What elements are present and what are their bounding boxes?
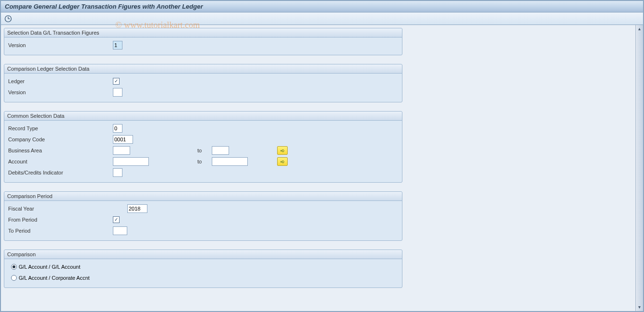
group-common: Common Selection Data Record Type Compan…: [4, 111, 402, 183]
company-code-input[interactable]: [113, 135, 133, 144]
ba-multiple-selection-button[interactable]: ➪: [277, 146, 288, 155]
group-header-period: Comparison Period: [4, 192, 402, 201]
content-area: Selection Data G/L Transaction Figures V…: [1, 25, 635, 311]
record-type-label: Record Type: [7, 125, 113, 131]
arrow-right-icon: ➪: [280, 148, 285, 154]
group-header-common: Common Selection Data: [4, 112, 402, 121]
version-input[interactable]: [113, 41, 122, 50]
execute-icon[interactable]: [4, 14, 12, 23]
comp-version-input[interactable]: [113, 88, 122, 97]
acc-to-label: to: [197, 159, 212, 164]
group-period: Comparison Period Fiscal Year From Perio…: [4, 191, 402, 241]
group-header-comparison: Comparison: [4, 250, 402, 259]
business-area-to-input[interactable]: [212, 146, 229, 155]
record-type-input[interactable]: [113, 124, 122, 133]
comp-version-label: Version: [7, 89, 113, 95]
from-period-checkbox[interactable]: ✓: [113, 216, 120, 223]
scroll-down-icon[interactable]: ▾: [637, 304, 643, 310]
radio-circle-icon: [11, 264, 17, 270]
to-period-input[interactable]: [113, 226, 127, 235]
dc-indicator-input[interactable]: [113, 168, 122, 177]
radio-gl-gl[interactable]: G/L Account / G/L Account: [7, 264, 80, 270]
toolbar: [1, 12, 643, 25]
account-to-input[interactable]: [212, 157, 248, 166]
group-gl-figures: Selection Data G/L Transaction Figures V…: [4, 28, 402, 55]
radio-gl-corp-label: G/L Account / Corporate Accnt: [19, 275, 90, 281]
business-area-from-input[interactable]: [113, 146, 130, 155]
fiscal-year-input[interactable]: [127, 204, 147, 213]
to-period-label: To Period: [7, 228, 113, 234]
group-header-gl-figures: Selection Data G/L Transaction Figures: [4, 28, 402, 37]
group-comparison: Comparison G/L Account / G/L Account G/L…: [4, 250, 402, 288]
from-period-label: From Period: [7, 217, 113, 223]
radio-gl-corp[interactable]: G/L Account / Corporate Accnt: [7, 275, 90, 281]
group-header-comp-ledger: Comparison Ledger Selection Data: [4, 64, 402, 74]
account-from-input[interactable]: [113, 157, 149, 166]
ba-to-label: to: [197, 148, 212, 153]
account-label: Account: [7, 159, 113, 164]
company-code-label: Company Code: [7, 137, 113, 142]
ledger-label: Ledger: [7, 78, 113, 84]
dc-indicator-label: Debits/Credits Indicator: [7, 170, 113, 175]
scroll-up-icon[interactable]: ▴: [637, 26, 643, 32]
version-label: Version: [7, 42, 113, 48]
fiscal-year-label: Fiscal Year: [7, 206, 127, 212]
vertical-scrollbar[interactable]: ▴ ▾: [635, 25, 643, 311]
acc-multiple-selection-button[interactable]: ➪: [277, 157, 288, 166]
window-title: Compare General Ledger Transaction Figur…: [1, 1, 643, 12]
arrow-right-icon: ➪: [280, 159, 285, 165]
business-area-label: Business Area: [7, 148, 113, 153]
radio-gl-gl-label: G/L Account / G/L Account: [19, 264, 80, 270]
radio-circle-icon: [11, 275, 17, 281]
ledger-checkbox[interactable]: ✓: [113, 78, 120, 85]
group-comp-ledger: Comparison Ledger Selection Data Ledger …: [4, 64, 402, 102]
